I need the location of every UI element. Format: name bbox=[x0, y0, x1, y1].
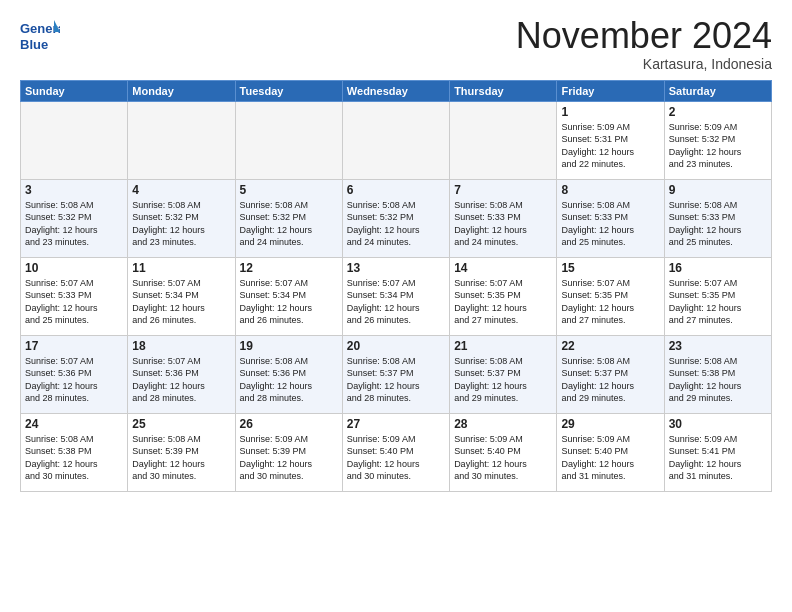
weekday-header-saturday: Saturday bbox=[664, 80, 771, 101]
weekday-header-friday: Friday bbox=[557, 80, 664, 101]
calendar-cell bbox=[342, 101, 449, 179]
day-info: Sunrise: 5:08 AMSunset: 5:38 PMDaylight:… bbox=[669, 355, 767, 405]
day-number: 17 bbox=[25, 339, 123, 353]
day-info: Sunrise: 5:08 AMSunset: 5:32 PMDaylight:… bbox=[240, 199, 338, 249]
calendar-cell: 10Sunrise: 5:07 AMSunset: 5:33 PMDayligh… bbox=[21, 257, 128, 335]
day-info: Sunrise: 5:08 AMSunset: 5:33 PMDaylight:… bbox=[561, 199, 659, 249]
calendar-cell: 28Sunrise: 5:09 AMSunset: 5:40 PMDayligh… bbox=[450, 413, 557, 491]
calendar-cell: 21Sunrise: 5:08 AMSunset: 5:37 PMDayligh… bbox=[450, 335, 557, 413]
day-info: Sunrise: 5:08 AMSunset: 5:33 PMDaylight:… bbox=[669, 199, 767, 249]
day-number: 29 bbox=[561, 417, 659, 431]
calendar-cell: 17Sunrise: 5:07 AMSunset: 5:36 PMDayligh… bbox=[21, 335, 128, 413]
calendar-cell: 22Sunrise: 5:08 AMSunset: 5:37 PMDayligh… bbox=[557, 335, 664, 413]
calendar-cell: 19Sunrise: 5:08 AMSunset: 5:36 PMDayligh… bbox=[235, 335, 342, 413]
weekday-header-thursday: Thursday bbox=[450, 80, 557, 101]
day-info: Sunrise: 5:07 AMSunset: 5:34 PMDaylight:… bbox=[347, 277, 445, 327]
day-info: Sunrise: 5:08 AMSunset: 5:37 PMDaylight:… bbox=[454, 355, 552, 405]
weekday-header-row: SundayMondayTuesdayWednesdayThursdayFrid… bbox=[21, 80, 772, 101]
day-number: 5 bbox=[240, 183, 338, 197]
day-info: Sunrise: 5:08 AMSunset: 5:37 PMDaylight:… bbox=[347, 355, 445, 405]
day-info: Sunrise: 5:08 AMSunset: 5:39 PMDaylight:… bbox=[132, 433, 230, 483]
day-info: Sunrise: 5:07 AMSunset: 5:35 PMDaylight:… bbox=[669, 277, 767, 327]
svg-text:Blue: Blue bbox=[20, 37, 48, 52]
month-title: November 2024 bbox=[516, 16, 772, 56]
calendar-cell: 9Sunrise: 5:08 AMSunset: 5:33 PMDaylight… bbox=[664, 179, 771, 257]
day-number: 27 bbox=[347, 417, 445, 431]
calendar-table: SundayMondayTuesdayWednesdayThursdayFrid… bbox=[20, 80, 772, 492]
day-info: Sunrise: 5:09 AMSunset: 5:40 PMDaylight:… bbox=[561, 433, 659, 483]
weekday-header-wednesday: Wednesday bbox=[342, 80, 449, 101]
day-number: 25 bbox=[132, 417, 230, 431]
day-info: Sunrise: 5:09 AMSunset: 5:39 PMDaylight:… bbox=[240, 433, 338, 483]
day-number: 9 bbox=[669, 183, 767, 197]
calendar-cell: 16Sunrise: 5:07 AMSunset: 5:35 PMDayligh… bbox=[664, 257, 771, 335]
week-row-1: 1Sunrise: 5:09 AMSunset: 5:31 PMDaylight… bbox=[21, 101, 772, 179]
day-info: Sunrise: 5:07 AMSunset: 5:33 PMDaylight:… bbox=[25, 277, 123, 327]
day-info: Sunrise: 5:09 AMSunset: 5:31 PMDaylight:… bbox=[561, 121, 659, 171]
day-info: Sunrise: 5:08 AMSunset: 5:32 PMDaylight:… bbox=[132, 199, 230, 249]
day-number: 4 bbox=[132, 183, 230, 197]
calendar-cell: 18Sunrise: 5:07 AMSunset: 5:36 PMDayligh… bbox=[128, 335, 235, 413]
title-block: November 2024 Kartasura, Indonesia bbox=[516, 16, 772, 72]
calendar-cell: 8Sunrise: 5:08 AMSunset: 5:33 PMDaylight… bbox=[557, 179, 664, 257]
calendar-cell: 23Sunrise: 5:08 AMSunset: 5:38 PMDayligh… bbox=[664, 335, 771, 413]
day-number: 14 bbox=[454, 261, 552, 275]
day-number: 7 bbox=[454, 183, 552, 197]
location: Kartasura, Indonesia bbox=[516, 56, 772, 72]
weekday-header-sunday: Sunday bbox=[21, 80, 128, 101]
day-info: Sunrise: 5:08 AMSunset: 5:37 PMDaylight:… bbox=[561, 355, 659, 405]
day-number: 13 bbox=[347, 261, 445, 275]
day-number: 11 bbox=[132, 261, 230, 275]
day-number: 24 bbox=[25, 417, 123, 431]
logo-svg: General Blue bbox=[20, 16, 60, 54]
calendar-cell: 20Sunrise: 5:08 AMSunset: 5:37 PMDayligh… bbox=[342, 335, 449, 413]
day-number: 20 bbox=[347, 339, 445, 353]
day-info: Sunrise: 5:09 AMSunset: 5:40 PMDaylight:… bbox=[454, 433, 552, 483]
calendar-cell: 2Sunrise: 5:09 AMSunset: 5:32 PMDaylight… bbox=[664, 101, 771, 179]
header: General Blue November 2024 Kartasura, In… bbox=[20, 16, 772, 72]
day-number: 19 bbox=[240, 339, 338, 353]
day-number: 28 bbox=[454, 417, 552, 431]
day-info: Sunrise: 5:07 AMSunset: 5:35 PMDaylight:… bbox=[454, 277, 552, 327]
day-number: 12 bbox=[240, 261, 338, 275]
calendar-cell: 15Sunrise: 5:07 AMSunset: 5:35 PMDayligh… bbox=[557, 257, 664, 335]
calendar-cell: 6Sunrise: 5:08 AMSunset: 5:32 PMDaylight… bbox=[342, 179, 449, 257]
day-info: Sunrise: 5:07 AMSunset: 5:36 PMDaylight:… bbox=[132, 355, 230, 405]
day-info: Sunrise: 5:08 AMSunset: 5:38 PMDaylight:… bbox=[25, 433, 123, 483]
calendar-cell bbox=[450, 101, 557, 179]
day-number: 21 bbox=[454, 339, 552, 353]
day-number: 6 bbox=[347, 183, 445, 197]
day-info: Sunrise: 5:08 AMSunset: 5:32 PMDaylight:… bbox=[25, 199, 123, 249]
week-row-3: 10Sunrise: 5:07 AMSunset: 5:33 PMDayligh… bbox=[21, 257, 772, 335]
calendar-cell: 3Sunrise: 5:08 AMSunset: 5:32 PMDaylight… bbox=[21, 179, 128, 257]
day-info: Sunrise: 5:09 AMSunset: 5:40 PMDaylight:… bbox=[347, 433, 445, 483]
calendar-cell: 27Sunrise: 5:09 AMSunset: 5:40 PMDayligh… bbox=[342, 413, 449, 491]
calendar-cell bbox=[21, 101, 128, 179]
day-info: Sunrise: 5:08 AMSunset: 5:32 PMDaylight:… bbox=[347, 199, 445, 249]
day-info: Sunrise: 5:07 AMSunset: 5:36 PMDaylight:… bbox=[25, 355, 123, 405]
calendar-cell: 1Sunrise: 5:09 AMSunset: 5:31 PMDaylight… bbox=[557, 101, 664, 179]
calendar-cell bbox=[235, 101, 342, 179]
day-info: Sunrise: 5:09 AMSunset: 5:32 PMDaylight:… bbox=[669, 121, 767, 171]
page: General Blue November 2024 Kartasura, In… bbox=[0, 0, 792, 612]
day-number: 16 bbox=[669, 261, 767, 275]
calendar-cell: 25Sunrise: 5:08 AMSunset: 5:39 PMDayligh… bbox=[128, 413, 235, 491]
logo: General Blue bbox=[20, 16, 60, 54]
calendar-cell: 24Sunrise: 5:08 AMSunset: 5:38 PMDayligh… bbox=[21, 413, 128, 491]
week-row-4: 17Sunrise: 5:07 AMSunset: 5:36 PMDayligh… bbox=[21, 335, 772, 413]
day-info: Sunrise: 5:09 AMSunset: 5:41 PMDaylight:… bbox=[669, 433, 767, 483]
calendar-cell: 13Sunrise: 5:07 AMSunset: 5:34 PMDayligh… bbox=[342, 257, 449, 335]
calendar-cell: 30Sunrise: 5:09 AMSunset: 5:41 PMDayligh… bbox=[664, 413, 771, 491]
day-number: 15 bbox=[561, 261, 659, 275]
calendar-cell: 29Sunrise: 5:09 AMSunset: 5:40 PMDayligh… bbox=[557, 413, 664, 491]
day-number: 18 bbox=[132, 339, 230, 353]
day-info: Sunrise: 5:08 AMSunset: 5:33 PMDaylight:… bbox=[454, 199, 552, 249]
week-row-2: 3Sunrise: 5:08 AMSunset: 5:32 PMDaylight… bbox=[21, 179, 772, 257]
weekday-header-tuesday: Tuesday bbox=[235, 80, 342, 101]
day-number: 1 bbox=[561, 105, 659, 119]
day-info: Sunrise: 5:07 AMSunset: 5:34 PMDaylight:… bbox=[240, 277, 338, 327]
calendar-cell: 14Sunrise: 5:07 AMSunset: 5:35 PMDayligh… bbox=[450, 257, 557, 335]
calendar-cell: 26Sunrise: 5:09 AMSunset: 5:39 PMDayligh… bbox=[235, 413, 342, 491]
day-number: 23 bbox=[669, 339, 767, 353]
day-number: 3 bbox=[25, 183, 123, 197]
